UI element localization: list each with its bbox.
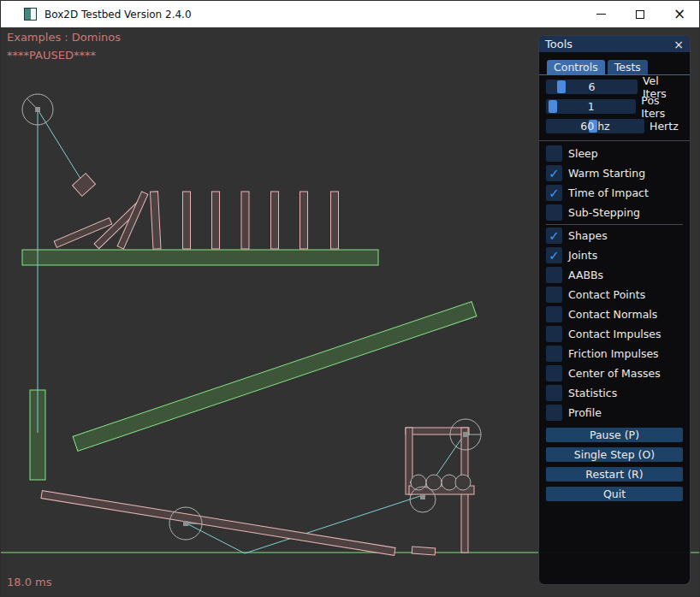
warm-starting-checkbox[interactable]: ✓ — [546, 165, 562, 181]
single-step-button[interactable]: Single Step (O) — [546, 447, 683, 462]
hertz-slider[interactable]: 60 hz — [546, 119, 644, 133]
center-of-masses-checkbox[interactable] — [546, 365, 562, 381]
center-of-masses-label: Center of Masses — [568, 367, 661, 380]
window-titlebar: Box2D Testbed Version 2.4.0 × — [1, 1, 699, 27]
check-row-profile: Profile — [546, 405, 683, 421]
check-row-contact-points: Contact Points — [546, 287, 683, 303]
minimize-icon — [596, 14, 606, 15]
tools-panel: Tools × Controls Tests 6 Vel Iters 1 Pos… — [538, 35, 691, 585]
ground-box — [412, 547, 435, 555]
slider-row-hertz: 60 hz Hertz — [546, 119, 683, 133]
time-of-impact-label: Time of Impact — [568, 186, 649, 199]
app-icon — [24, 8, 37, 21]
check-row-sub-stepping: Sub-Stepping — [546, 204, 683, 221]
separator — [546, 224, 683, 225]
check-row-shapes: ✓ Shapes — [546, 228, 683, 244]
check-row-friction-impulses: Friction Impulses — [546, 346, 683, 362]
slider-row-vel-iters: 6 Vel Iters — [546, 80, 683, 94]
check-row-joints: ✓ Joints — [546, 247, 683, 263]
sub-stepping-checkbox[interactable] — [546, 204, 562, 221]
maximize-icon — [636, 10, 644, 19]
contact-normals-checkbox[interactable] — [546, 306, 562, 322]
pos-iters-label: Pos Iters — [641, 94, 683, 120]
example-label: Examples : Dominos — [7, 31, 121, 44]
shapes-label: Shapes — [568, 229, 608, 242]
paused-label: ****PAUSED**** — [7, 49, 96, 62]
pos-iters-value: 1 — [546, 99, 636, 114]
close-button[interactable]: × — [660, 1, 699, 27]
domino-platform — [22, 250, 378, 265]
hertz-value: 60 hz — [546, 119, 644, 133]
statistics-label: Statistics — [568, 387, 617, 399]
vel-iters-value: 6 — [546, 80, 638, 94]
window-title: Box2D Testbed Version 2.4.0 — [44, 9, 192, 21]
check-row-contact-normals: Contact Normals — [546, 306, 683, 322]
check-row-center-of-masses: Center of Masses — [546, 365, 683, 381]
tab-tests[interactable]: Tests — [608, 60, 648, 74]
seesaw-plank — [41, 491, 395, 556]
contact-impulses-checkbox[interactable] — [546, 326, 562, 342]
aabbs-label: AABBs — [568, 269, 603, 281]
quit-button[interactable]: Quit — [546, 487, 683, 501]
minimize-button[interactable] — [581, 1, 620, 27]
tools-tabbar: Controls Tests — [539, 52, 690, 75]
panel-buttons: Pause (P) Single Step (O) Restart (R) Qu… — [539, 424, 690, 501]
hertz-label: Hertz — [650, 120, 679, 133]
joints-checkbox[interactable]: ✓ — [546, 247, 562, 263]
tools-close-icon[interactable]: × — [673, 38, 684, 50]
profile-checkbox[interactable] — [546, 405, 562, 421]
check-row-warm-starting: ✓ Warm Starting — [546, 165, 683, 181]
pendulum-box — [73, 174, 96, 197]
contact-impulses-label: Contact Impulses — [568, 328, 661, 340]
aabbs-checkbox[interactable] — [546, 267, 562, 283]
slider-row-pos-iters: 1 Pos Iters — [546, 99, 683, 114]
sleep-label: Sleep — [568, 147, 598, 160]
check-row-aabbs: AABBs — [546, 267, 683, 283]
checkbox-group-solver: Sleep ✓ Warm Starting ✓ Time of Impact S… — [539, 141, 690, 421]
joints-label: Joints — [568, 249, 597, 262]
check-row-contact-impulses: Contact Impulses — [546, 326, 683, 342]
restart-button[interactable]: Restart (R) — [546, 467, 683, 482]
tools-panel-titlebar[interactable]: Tools × — [539, 36, 690, 52]
contact-points-checkbox[interactable] — [546, 287, 562, 303]
statistics-checkbox[interactable] — [546, 385, 562, 401]
close-icon: × — [673, 7, 685, 21]
dominoes-fallen — [54, 192, 148, 249]
maximize-button[interactable] — [620, 1, 660, 27]
contact-normals-label: Contact Normals — [568, 308, 657, 321]
friction-impulses-checkbox[interactable] — [546, 346, 562, 362]
sleep-checkbox[interactable] — [546, 145, 562, 162]
pause-button[interactable]: Pause (P) — [546, 428, 683, 442]
dominoes-upright — [150, 192, 338, 249]
warm-starting-label: Warm Starting — [568, 167, 645, 180]
profile-label: Profile — [568, 406, 602, 419]
slider-group: 6 Vel Iters 1 Pos Iters 60 hz Hertz — [539, 75, 690, 133]
check-row-statistics: Statistics — [546, 385, 683, 401]
check-row-time-of-impact: ✓ Time of Impact — [546, 185, 683, 201]
contact-points-label: Contact Points — [568, 288, 645, 301]
time-of-impact-checkbox[interactable]: ✓ — [546, 185, 562, 201]
pos-iters-slider[interactable]: 1 — [546, 99, 636, 114]
shapes-checkbox[interactable]: ✓ — [546, 228, 562, 244]
sub-stepping-label: Sub-Stepping — [568, 206, 640, 219]
frame-time-label: 18.0 ms — [7, 576, 52, 588]
vel-iters-slider[interactable]: 6 — [546, 80, 638, 94]
check-row-sleep: Sleep — [546, 145, 683, 162]
app-window: Box2D Testbed Version 2.4.0 × — [0, 0, 700, 597]
friction-impulses-label: Friction Impulses — [568, 347, 659, 360]
tab-controls[interactable]: Controls — [547, 60, 605, 74]
tools-panel-title: Tools — [545, 38, 572, 50]
